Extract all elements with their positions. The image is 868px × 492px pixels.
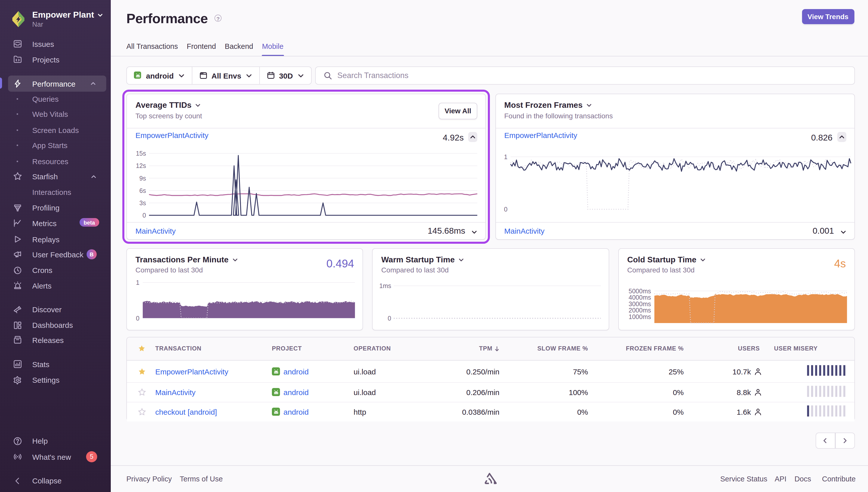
svg-text:12s: 12s: [136, 162, 146, 169]
svg-text:1000ms: 1000ms: [628, 313, 651, 320]
svg-text:0: 0: [504, 206, 507, 213]
svg-text:15s: 15s: [136, 150, 146, 157]
svg-text:6s: 6s: [139, 187, 146, 194]
svg-text:4000ms: 4000ms: [628, 294, 651, 301]
svg-text:3s: 3s: [139, 199, 146, 206]
svg-text:9s: 9s: [139, 175, 146, 182]
svg-text:0: 0: [136, 315, 139, 322]
svg-text:0: 0: [143, 212, 146, 219]
svg-text:1: 1: [136, 279, 139, 286]
svg-text:1ms: 1ms: [379, 282, 391, 289]
svg-text:2000ms: 2000ms: [628, 306, 651, 314]
svg-text:5000ms: 5000ms: [628, 287, 651, 294]
svg-text:3000ms: 3000ms: [628, 300, 651, 307]
svg-text:0: 0: [388, 315, 391, 322]
svg-text:1: 1: [504, 153, 507, 161]
